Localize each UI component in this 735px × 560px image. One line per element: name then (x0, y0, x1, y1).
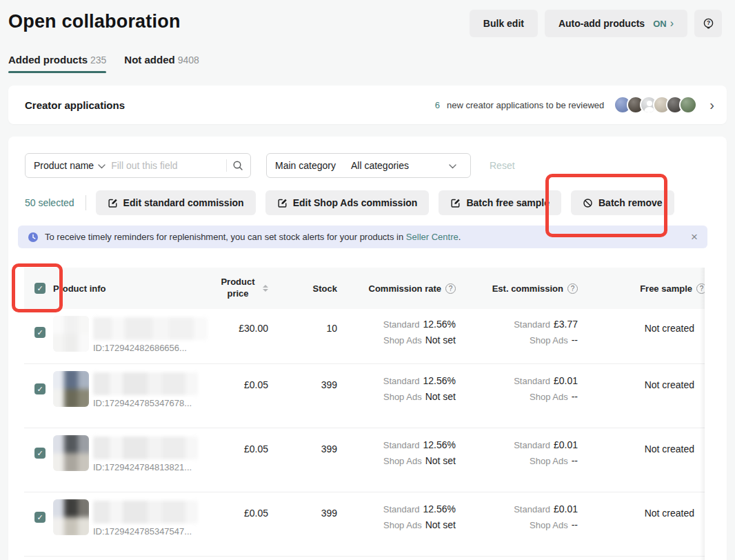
chevron-down-icon (98, 164, 105, 169)
stock-cell: 399 (268, 364, 337, 428)
row-checkbox[interactable]: ✓ (34, 448, 46, 459)
check-icon: ✓ (37, 285, 43, 292)
row-checkbox[interactable]: ✓ (34, 383, 46, 394)
stock-cell: 10 (268, 309, 337, 363)
column-product-info: Product info (53, 283, 214, 294)
free-sample-cell: Not created (578, 428, 705, 492)
tab-not-added[interactable]: Not added 9408 (124, 54, 199, 73)
edit-shop-ads-commission-button[interactable]: Edit Shop Ads commission (265, 190, 430, 215)
help-button[interactable]: ? (694, 10, 722, 37)
product-image (53, 499, 89, 535)
product-info-cell: ID:1729424785347678... (53, 364, 214, 428)
product-name-blurred (93, 317, 208, 340)
auto-add-state: ON (653, 19, 667, 29)
row-checkbox[interactable]: ✓ (34, 327, 46, 338)
free-sample-cell: Not created (578, 309, 705, 363)
search-input[interactable] (111, 160, 221, 171)
products-panel: Product name Main category All categorie… (8, 137, 727, 560)
commission-rate-cell: Standard12.56% Shop AdsNot set (337, 428, 456, 492)
product-info-cell: ID:172942482686656... (53, 309, 214, 363)
selected-count: 50 selected (25, 197, 74, 208)
question-icon[interactable]: ? (567, 283, 578, 294)
new-applications-count: 6 (435, 100, 440, 110)
page-title: Open collaboration (8, 11, 181, 32)
product-info-cell: ID:1729424785347547... (53, 492, 214, 556)
main-category-select[interactable]: Main category All categories (266, 153, 471, 178)
commission-rate-cell: Standard12.56% Shop AdsNot set (337, 364, 456, 428)
search-icon[interactable] (232, 160, 243, 171)
table-row: ✓ ID:1729424785347678... £0.05 399 Stand… (24, 364, 705, 428)
auto-add-label: Auto-add products (558, 18, 645, 29)
new-applications-message: new creator applications to be reviewed (447, 100, 604, 110)
edit-standard-commission-button[interactable]: Edit standard commission (96, 190, 256, 215)
select-all-checkbox[interactable]: ✓ (34, 283, 46, 294)
chevron-down-icon (449, 164, 456, 169)
divider (85, 195, 86, 210)
product-price-cell: £0.05 (214, 364, 268, 428)
product-id: ID:1729424785347678... (93, 398, 198, 408)
product-search-combo: Product name (25, 153, 251, 178)
svg-text:?: ? (706, 19, 709, 26)
avatar (679, 96, 697, 114)
creator-applications-summary: 6 new creator applications to be reviewe… (435, 96, 714, 114)
product-price-cell: £0.05 (214, 428, 268, 492)
column-free-sample: Free sample ? (578, 283, 705, 294)
tabs: Added products 235 Not added 9408 (8, 54, 199, 73)
creator-applications-title: Creator applications (25, 99, 125, 111)
product-image (53, 316, 89, 352)
reset-button[interactable]: Reset (490, 160, 515, 171)
product-image (53, 435, 89, 471)
product-price-cell: £0.05 (214, 492, 268, 556)
clock-icon (28, 232, 39, 243)
commission-rate-cell: Standard12.56% Shop AdsNot set (337, 309, 456, 363)
products-table: ✓ Product info Product price Stock Commi… (24, 268, 705, 560)
close-icon[interactable]: × (691, 231, 698, 243)
free-sample-cell: Not created (578, 492, 705, 556)
product-id: ID:172942482686656... (93, 343, 208, 353)
edit-icon (108, 198, 118, 208)
column-product-price: Product price (214, 277, 268, 300)
filter-row: Product name Main category All categorie… (25, 153, 515, 178)
stock-cell: 399 (268, 428, 337, 492)
check-icon: ✓ (37, 514, 43, 521)
search-field-selector[interactable]: Product name (34, 160, 94, 171)
chevron-right-icon[interactable]: › (709, 98, 714, 112)
product-name-blurred (93, 437, 198, 459)
check-icon: ✓ (37, 329, 43, 337)
seller-centre-link[interactable]: Seller Centre (406, 232, 459, 242)
batch-remove-button[interactable]: Batch remove (571, 190, 674, 215)
est-commission-cell: Standard£0.01 Shop Ads-- (456, 428, 578, 492)
edit-icon (450, 198, 461, 208)
open-collaboration-page: Open collaboration Bulk edit Auto-add pr… (0, 0, 735, 560)
free-sample-cell: Not created (578, 364, 705, 428)
chevron-right-icon: › (670, 18, 674, 29)
tab-added-products[interactable]: Added products 235 (8, 54, 106, 73)
table-row: ✓ ID:172942482686656... £30.00 10 Standa… (24, 309, 705, 364)
est-commission-cell: Standard£0.01 Shop Ads-- (456, 492, 578, 556)
est-commission-cell: Standard£3.77 Shop Ads-- (456, 309, 578, 363)
question-icon[interactable]: ? (445, 283, 456, 294)
question-icon[interactable]: ? (696, 283, 705, 294)
table-body: ✓ ID:172942482686656... £30.00 10 Standa… (24, 309, 705, 557)
table-row: ✓ ID:1729424784813821... £0.05 399 Stand… (24, 428, 705, 492)
product-price-cell: £30.00 (214, 309, 268, 363)
column-est-commission: Est. commission ? (456, 283, 578, 294)
product-id: ID:1729424784813821... (93, 462, 198, 472)
batch-free-sample-button[interactable]: Batch free sample (439, 190, 561, 215)
row-checkbox[interactable]: ✓ (34, 512, 46, 523)
bulk-edit-button[interactable]: Bulk edit (470, 10, 538, 37)
edit-icon (277, 198, 288, 208)
product-name-blurred (93, 501, 198, 523)
product-name-blurred (93, 372, 198, 395)
stock-alert-notice: To receive timely reminders for replenis… (18, 226, 707, 248)
creator-avatars (614, 96, 697, 114)
product-info-cell: ID:1729424784813821... (53, 428, 214, 492)
creator-applications-banner[interactable]: Creator applications 6 new creator appli… (8, 86, 727, 124)
auto-add-products-button[interactable]: Auto-add products ON › (545, 10, 687, 37)
table-row: ✓ ID:1729424785347547... £0.05 399 Stand… (24, 492, 705, 557)
help-icon: ? (702, 17, 715, 30)
commission-rate-cell: Standard12.56% Shop AdsNot set (337, 492, 456, 556)
prohibit-icon (583, 198, 593, 208)
topbar-actions: Bulk edit Auto-add products ON › ? (470, 10, 722, 37)
sort-icon[interactable] (263, 285, 268, 292)
